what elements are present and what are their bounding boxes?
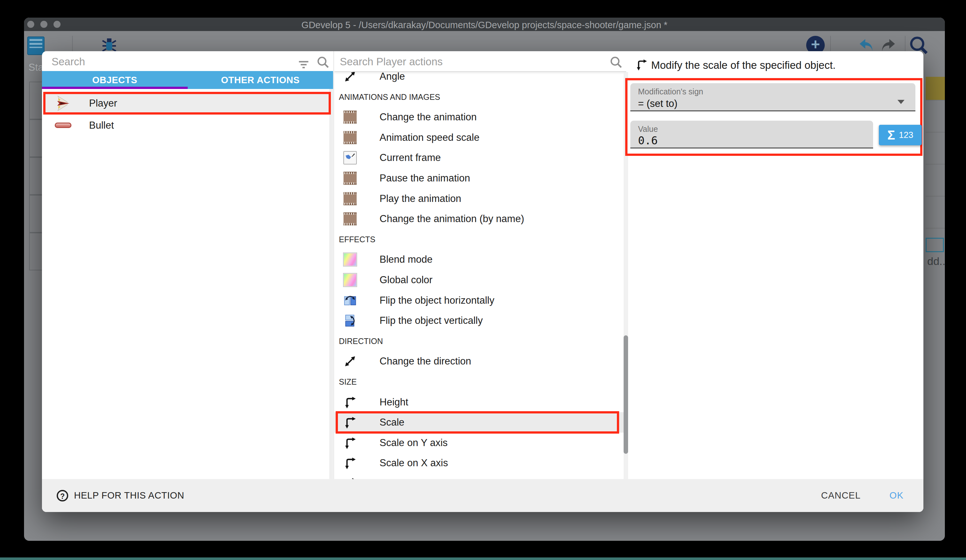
action-description-title: Modify the scale of the specified object… xyxy=(651,59,836,71)
scale-icon xyxy=(343,477,357,479)
action-label: Scale on X axis xyxy=(380,453,448,473)
value-text: 0.6 xyxy=(638,134,657,147)
film-icon xyxy=(343,192,357,205)
search-icon[interactable] xyxy=(609,55,623,70)
help-button[interactable]: HELP FOR THIS ACTION xyxy=(74,490,184,501)
object-label: Bullet xyxy=(89,120,114,131)
instruction-editor-dialog: Search OBJECTSOTHER ACTIONS PlayerBullet… xyxy=(42,51,923,512)
rainbow-icon xyxy=(343,253,357,266)
action-label: Flip the object horizontally xyxy=(380,290,494,311)
objects-list-scrollbar[interactable] xyxy=(329,89,333,479)
background-row-divider xyxy=(926,132,945,133)
background-yellow-row xyxy=(926,77,945,100)
film-icon xyxy=(343,172,357,185)
search-objects-input[interactable]: Search xyxy=(42,51,333,71)
tab-objects[interactable]: OBJECTS xyxy=(42,71,188,89)
action-label: Scale xyxy=(380,412,404,432)
action-label: Width xyxy=(380,473,405,479)
ok-button[interactable]: OK xyxy=(889,490,904,501)
scale-action-icon xyxy=(635,58,648,71)
filter-icon[interactable] xyxy=(297,57,310,73)
expression-editor-button[interactable]: Σ 123 xyxy=(879,125,922,145)
object-row-bullet[interactable]: Bullet xyxy=(42,115,333,136)
scrollbar-thumb[interactable] xyxy=(624,336,628,454)
action-row-scale[interactable]: Scale xyxy=(334,412,624,432)
value-input[interactable]: Value 0.6 xyxy=(630,121,873,149)
dialog-footer: ? HELP FOR THIS ACTION CANCEL OK xyxy=(42,479,923,512)
scale-icon xyxy=(343,436,357,450)
scale-icon xyxy=(343,416,357,429)
search-icon[interactable] xyxy=(316,55,330,70)
actions-list: AngleANIMATIONS AND IMAGESChange the ani… xyxy=(334,72,624,479)
action-row-current-frame[interactable]: Current frame xyxy=(334,147,624,168)
selected-object-highlight: Player xyxy=(43,92,331,115)
action-row-pause-the-animation[interactable]: Pause the animation xyxy=(334,168,624,188)
section-header-direction: DIRECTION xyxy=(334,331,624,351)
scale-icon xyxy=(343,456,357,470)
action-label: Pause the animation xyxy=(380,168,470,188)
background-row-divider xyxy=(926,100,945,100)
action-row-flip-the-object-vertically[interactable]: Flip the object vertically xyxy=(334,310,624,331)
action-row-scale-on-y-axis[interactable]: Scale on Y axis xyxy=(334,432,624,453)
section-header-size: SIZE xyxy=(334,372,624,392)
action-label: Play the animation xyxy=(380,188,461,209)
film-icon xyxy=(343,131,357,144)
sigma-icon: Σ xyxy=(887,128,895,142)
search-objects-placeholder: Search xyxy=(52,56,85,68)
action-row-animation-speed-scale[interactable]: Animation speed scale xyxy=(334,128,624,148)
action-row-angle[interactable]: Angle xyxy=(334,72,624,87)
action-row-width[interactable]: Width xyxy=(334,473,624,479)
selected-action-highlight xyxy=(336,411,619,434)
object-label: Player xyxy=(89,98,117,109)
action-label: Flip the object vertically xyxy=(380,310,483,331)
action-row-blend-mode[interactable]: Blend mode xyxy=(334,249,624,270)
action-label: Height xyxy=(380,392,408,413)
window-titlebar: GDevelop 5 - /Users/dkarakay/Documents/G… xyxy=(24,18,945,31)
modification-sign-select[interactable]: Modification's sign = (set to) xyxy=(630,83,915,111)
desktop-background-strip xyxy=(0,557,966,560)
search-actions-placeholder: Search Player actions xyxy=(340,56,443,68)
flip-v-icon xyxy=(343,314,357,327)
action-row-scale-on-x-axis[interactable]: Scale on X axis xyxy=(334,453,624,473)
angle-icon xyxy=(343,355,357,368)
flip-h-icon xyxy=(343,294,357,307)
object-row-player[interactable]: Player xyxy=(42,92,330,115)
angle-icon xyxy=(343,72,357,83)
action-row-change-the-animation-by-name-[interactable]: Change the animation (by name) xyxy=(334,209,624,229)
scale-icon xyxy=(343,396,357,409)
bullet-icon xyxy=(55,118,71,133)
action-label: Animation speed scale xyxy=(380,128,480,148)
background-outlined-button xyxy=(926,238,944,252)
tab-other-actions[interactable]: OTHER ACTIONS xyxy=(188,71,334,89)
background-row-divider xyxy=(926,196,945,196)
background-row-divider xyxy=(926,228,945,228)
action-label: Current frame xyxy=(380,147,441,168)
action-row-flip-the-object-horizontally[interactable]: Flip the object horizontally xyxy=(334,290,624,311)
left-panel-tabbar: OBJECTSOTHER ACTIONS xyxy=(42,71,333,89)
action-label: Scale on Y axis xyxy=(380,432,448,453)
action-row-play-the-animation[interactable]: Play the animation xyxy=(334,188,624,209)
modification-sign-value: = (set to) xyxy=(638,98,677,110)
add-button-partial-label: dd... xyxy=(927,255,945,267)
action-label: Change the direction xyxy=(380,351,471,372)
film-icon xyxy=(343,110,357,124)
search-actions-input[interactable]: Search Player actions xyxy=(334,51,626,71)
section-header-effects: EFFECTS xyxy=(334,229,624,250)
action-row-change-the-animation[interactable]: Change the animation xyxy=(334,107,624,128)
section-header-animations-and-images: ANIMATIONS AND IMAGES xyxy=(334,87,624,107)
film-icon xyxy=(343,212,357,226)
action-row-global-color[interactable]: Global color xyxy=(334,270,624,290)
action-row-change-the-direction[interactable]: Change the direction xyxy=(334,351,624,372)
column-divider xyxy=(334,51,334,479)
expression-button-label: 123 xyxy=(899,130,913,140)
action-label: Blend mode xyxy=(380,249,432,270)
action-label: Global color xyxy=(380,270,432,290)
cancel-button[interactable]: CANCEL xyxy=(821,490,861,501)
value-label: Value xyxy=(638,124,658,134)
action-label: Change the animation (by name) xyxy=(380,209,524,229)
rainbow-icon xyxy=(343,273,357,287)
help-icon[interactable]: ? xyxy=(57,490,68,501)
action-label: Angle xyxy=(380,72,405,87)
action-row-height[interactable]: Height xyxy=(334,392,624,413)
window-title: GDevelop 5 - /Users/dkarakay/Documents/G… xyxy=(24,20,945,30)
